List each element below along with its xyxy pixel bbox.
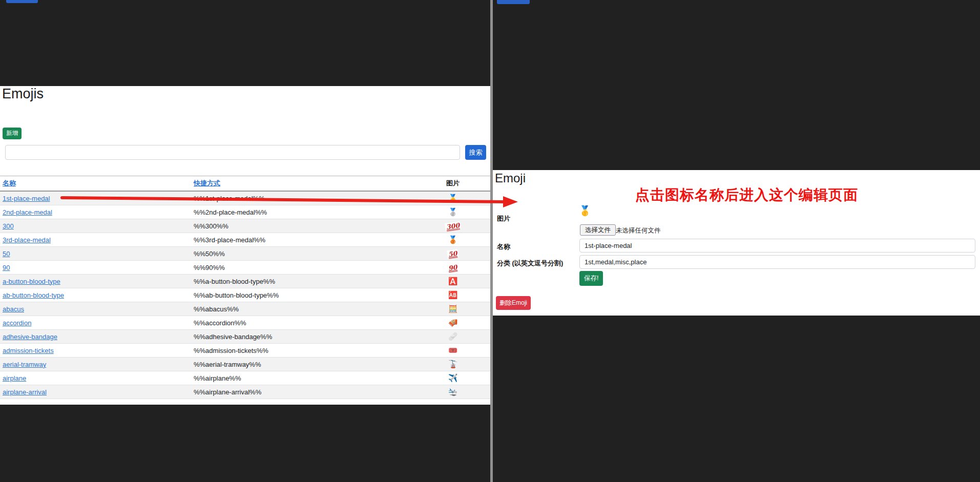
emoji-image-icon: 90	[447, 263, 458, 272]
column-header-name[interactable]: 名称	[3, 179, 16, 187]
emoji-name-link[interactable]: ab-button-blood-type	[3, 291, 64, 299]
table-row: a-button-blood-type%%a-button-blood-type…	[0, 275, 490, 288]
table-row: 50%%50%%50	[0, 247, 490, 261]
emoji-shortcut: %%300%%	[194, 222, 424, 230]
page-title: Emojis	[2, 86, 44, 102]
table-row: accordion%%accordion%%🪗	[0, 316, 490, 330]
emoji-shortcut: %%airplane%%	[194, 374, 424, 382]
category-field[interactable]	[579, 255, 975, 269]
emoji-name-link[interactable]: airplane	[3, 374, 26, 382]
search-button[interactable]: 搜索	[465, 145, 486, 160]
left-browser-tab-accent	[6, 0, 38, 3]
emoji-image-icon: 🩹	[448, 332, 458, 341]
emoji-image-icon: 🪗	[448, 318, 458, 327]
emoji-name-link[interactable]: admission-tickets	[3, 347, 54, 354]
table-header-row: 名称 快捷方式 图片	[0, 176, 490, 192]
emoji-shortcut: %%3rd-place-medal%%	[194, 236, 424, 244]
emoji-shortcut: %%admission-tickets%%	[194, 347, 424, 354]
emoji-image-icon: 🚡	[448, 360, 458, 368]
current-emoji-image: 🥇	[579, 206, 591, 216]
name-field[interactable]	[579, 239, 975, 253]
table-row: 3rd-place-medal%%3rd-place-medal%%🥉	[0, 233, 490, 247]
emoji-name-link[interactable]: adhesive-bandage	[3, 333, 57, 341]
emoji-table: 名称 快捷方式 图片 1st-place-medal%%1st-place-me…	[0, 176, 490, 399]
column-header-shortcut[interactable]: 快捷方式	[194, 179, 220, 187]
emoji-image-icon: ✈️	[448, 373, 458, 382]
category-label: 分类 (以英文逗号分割)	[497, 259, 563, 268]
emoji-shortcut: %%90%%	[194, 264, 424, 271]
emoji-image-icon: 🎟️	[448, 346, 458, 354]
emoji-image-icon: 🅰️	[448, 277, 458, 285]
emoji-image-icon: 🧮	[448, 304, 458, 313]
name-label: 名称	[497, 242, 510, 252]
emoji-name-link[interactable]: 2nd-place-medal	[3, 208, 52, 216]
emoji-image-icon: 🥇	[448, 194, 458, 202]
table-row: 2nd-place-medal%%2nd-place-medal%%🥈	[0, 205, 490, 219]
emoji-image-icon: 🥈	[448, 207, 458, 216]
emoji-shortcut: %%ab-button-blood-type%%	[194, 291, 424, 299]
file-status-text: 未选择任何文件	[616, 226, 661, 235]
emoji-shortcut: %%a-button-blood-type%%	[194, 278, 424, 285]
emoji-shortcut: %%2nd-place-medal%%	[194, 208, 424, 216]
table-row: 300%%300%%300	[0, 219, 490, 233]
emoji-name-link[interactable]: a-button-blood-type	[3, 278, 60, 285]
emoji-name-link[interactable]: aerial-tramway	[3, 361, 46, 368]
table-row: airplane-arrival%%airplane-arrival%%🛬	[0, 385, 490, 399]
column-header-image: 图片	[446, 179, 460, 187]
edit-page-title: Emoji	[495, 171, 526, 185]
emoji-name-link[interactable]: 1st-place-medal	[3, 195, 50, 202]
delete-emoji-button[interactable]: 删除Emoji	[496, 296, 531, 310]
table-row: aerial-tramway%%aerial-tramway%%🚡	[0, 358, 490, 371]
emoji-name-link[interactable]: accordion	[3, 319, 31, 327]
table-row: admission-tickets%%admission-tickets%%🎟️	[0, 344, 490, 358]
table-row: airplane%%airplane%%✈️	[0, 371, 490, 385]
emoji-name-link[interactable]: airplane-arrival	[3, 388, 47, 396]
search-input[interactable]	[5, 145, 460, 160]
emoji-image-icon: 50	[447, 249, 458, 258]
right-browser-tab-accent	[497, 0, 530, 4]
emoji-shortcut: %%1st-place-medal%%	[194, 195, 424, 202]
table-row: 1st-place-medal%%1st-place-medal%%🥇	[0, 192, 490, 205]
save-button[interactable]: 保存!	[579, 271, 603, 286]
emoji-shortcut: %%50%%	[194, 250, 424, 258]
emoji-list-page: Emojis 新增 搜索 名称 快捷方式 图片 1st-place-medal%…	[0, 86, 490, 405]
screenshot-canvas: Emojis 新增 搜索 名称 快捷方式 图片 1st-place-medal%…	[0, 0, 980, 482]
emoji-image-icon: 🥉	[448, 235, 458, 244]
emoji-shortcut: %%airplane-arrival%%	[194, 388, 424, 396]
emoji-shortcut: %%accordion%%	[194, 319, 424, 327]
emoji-name-link[interactable]: 90	[3, 264, 10, 271]
emoji-name-link[interactable]: 50	[3, 250, 10, 258]
choose-file-button[interactable]: 选择文件	[580, 224, 616, 236]
image-label: 图片	[497, 214, 510, 223]
emoji-image-icon: 300	[445, 221, 461, 230]
emoji-image-icon: 🛬	[448, 387, 458, 396]
table-row: 90%%90%%90	[0, 261, 490, 275]
emoji-name-link[interactable]: 300	[3, 222, 14, 230]
emoji-shortcut: %%abacus%%	[194, 305, 424, 313]
emoji-table-body: 1st-place-medal%%1st-place-medal%%🥇2nd-p…	[0, 192, 490, 399]
table-row: abacus%%abacus%%🧮	[0, 302, 490, 316]
emoji-name-link[interactable]: 3rd-place-medal	[3, 236, 51, 244]
emoji-name-link[interactable]: abacus	[3, 305, 24, 313]
emoji-image-icon: 🆎	[448, 290, 458, 299]
table-row: adhesive-bandage%%adhesive-bandage%%🩹	[0, 330, 490, 344]
emoji-shortcut: %%aerial-tramway%%	[194, 361, 424, 368]
annotation-text: 点击图标名称后进入这个编辑页面	[635, 185, 858, 205]
table-row: ab-button-blood-type%%ab-button-blood-ty…	[0, 288, 490, 302]
emoji-shortcut: %%adhesive-bandage%%	[194, 333, 424, 341]
add-emoji-button[interactable]: 新增	[3, 128, 22, 139]
